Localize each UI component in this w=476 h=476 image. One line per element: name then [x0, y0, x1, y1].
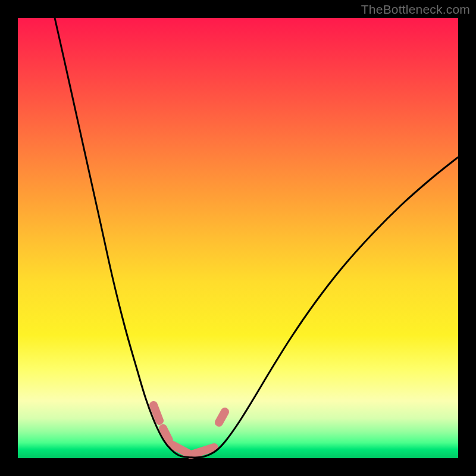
watermark-text: TheBottleneck.com: [361, 2, 470, 17]
highlight-dash: [154, 405, 159, 421]
curve-right-branch: [193, 157, 458, 458]
curve-left-branch: [55, 18, 193, 458]
highlight-dash-group: [154, 405, 225, 455]
chart-svg: [18, 18, 458, 458]
highlight-dash: [163, 428, 169, 440]
highlight-dash: [219, 412, 225, 422]
